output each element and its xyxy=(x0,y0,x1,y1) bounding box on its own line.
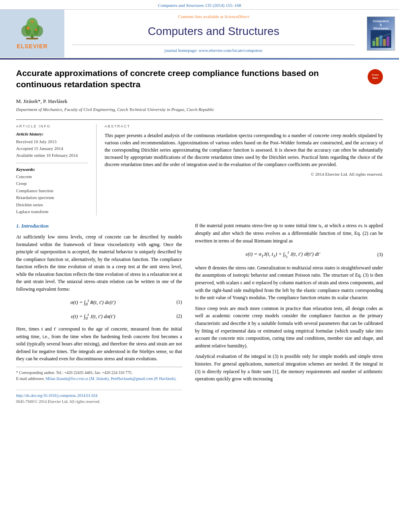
footnote-section: * Corresponding author. Tel.: +420 22435… xyxy=(16,367,182,382)
keyword-creep: Creep xyxy=(16,181,88,187)
right-paragraph-3: Since creep tests are much more common i… xyxy=(195,305,383,350)
right-paragraph-2: where σ̇ denotes the stress rate. Genera… xyxy=(195,264,383,302)
page: Computers and Structures 135 (2014) 155–… xyxy=(0,0,399,532)
keywords-label: Keywords: xyxy=(16,166,88,173)
equation-3-block: ε(t) = σ1J(t, t1) + ∫t1t J(t, t′) σ̇(t′)… xyxy=(195,249,383,260)
journal-homepage: journal homepage: www.elsevier.com/locat… xyxy=(165,47,263,53)
svg-text:Mark: Mark xyxy=(372,77,378,79)
received-date: Received 10 July 2013 xyxy=(16,139,88,145)
svg-point-5 xyxy=(27,27,30,30)
svg-rect-13 xyxy=(383,39,386,46)
authors: M. Jirásek*, P. Havlásek xyxy=(16,98,383,105)
intro-paragraph-2: Here, times t and t′ correspond to the a… xyxy=(16,325,182,363)
eq2-formula: ε(t) = ∫0t J(t, t′) dσ(t′) xyxy=(71,313,115,319)
eq3-number: (3) xyxy=(371,251,383,258)
keyword-dirichlet: Dirichlet series xyxy=(16,202,88,208)
svg-rect-10 xyxy=(372,41,375,46)
right-paragraph-4: Analytical evaluation of the integral in… xyxy=(195,353,383,382)
elsevier-tree-icon xyxy=(18,17,46,41)
svg-point-6 xyxy=(35,29,37,31)
doi-section: http://dx.doi.org/10.1016/j.compstruc.20… xyxy=(16,390,182,405)
sciencedirect-label: Contents lists available at ScienceDirec… xyxy=(178,14,249,20)
article-body: Accurate approximations of concrete cree… xyxy=(0,60,399,413)
keyword-compliance: Compliance function xyxy=(16,188,88,194)
crossmark-icon: Cross Mark xyxy=(370,71,381,82)
sciencedirect-name: ScienceDirect xyxy=(224,14,249,19)
equation-1: σ(t) = ∫0t R(t, t′) dε(t′) xyxy=(16,297,170,307)
journal-title: Computers and Structures xyxy=(148,23,280,39)
abstract-title: ABSTRACT xyxy=(105,124,383,129)
elsevier-logo-area: ELSEVIER xyxy=(0,10,64,58)
journal-info-center: Contents lists available at ScienceDirec… xyxy=(64,10,363,58)
equation-3: ε(t) = σ1J(t, t1) + ∫t1t J(t, t′) σ̇(t′)… xyxy=(195,249,371,260)
footnote-star-line: * Corresponding author. Tel.: +420 22435… xyxy=(16,370,182,376)
header-divider xyxy=(72,45,355,45)
thumb-title: Computers&Structures xyxy=(373,19,389,30)
main-content: 1. Introduction At sufficiently low stre… xyxy=(16,222,383,405)
issn-line: 0045-7949/© 2014 Elsevier Ltd. All right… xyxy=(16,398,182,405)
intro-paragraph-1: At sufficiently low stress levels, creep… xyxy=(16,233,182,293)
eq1-formula: σ(t) = ∫0t R(t, t′) dε(t′) xyxy=(70,299,116,305)
keyword-retardation: Retardation spectrum xyxy=(16,195,88,201)
journal-citation: Computers and Structures 135 (2014) 155–… xyxy=(158,3,241,8)
eq2-number: (2) xyxy=(170,312,182,320)
left-column: 1. Introduction At sufficiently low stre… xyxy=(16,222,189,405)
abstract-text: This paper presents a detailed analysis … xyxy=(105,132,383,168)
equation-2: ε(t) = ∫0t J(t, t′) dσ(t′) xyxy=(16,311,170,321)
crossmark-area: Cross Mark xyxy=(368,69,383,84)
top-citation-bar: Computers and Structures 135 (2014) 155–… xyxy=(0,0,399,10)
journal-header: ELSEVIER Contents lists available at Sci… xyxy=(0,10,399,58)
right-paragraph-1: If the material point remains stress-fre… xyxy=(195,222,383,244)
eq1-number: (1) xyxy=(170,298,182,306)
intro-heading: 1. Introduction xyxy=(16,222,182,230)
equation-2-block: ε(t) = ∫0t J(t, t′) dσ(t′) (2) xyxy=(16,311,182,321)
svg-rect-14 xyxy=(387,37,389,46)
doi-link: http://dx.doi.org/10.1016/j.compstruc.20… xyxy=(16,392,182,398)
thumb-graphic-icon xyxy=(369,30,393,48)
elsevier-wordmark: ELSEVIER xyxy=(16,43,47,51)
article-info-title: ARTICLE INFO xyxy=(16,124,88,129)
available-date: Available online 10 February 2014 xyxy=(16,152,88,158)
keyword-concrete: Concrete xyxy=(16,174,88,180)
article-history-label: Article history: xyxy=(16,131,88,137)
journal-thumbnail: Computers&Structures xyxy=(367,16,395,51)
eq3-formula: ε(t) = σ1J(t, t1) + ∫t1t J(t, t′) σ̇(t′)… xyxy=(246,251,320,257)
equation-1-block: σ(t) = ∫0t R(t, t′) dε(t′) (1) xyxy=(16,297,182,307)
footnote-emails: Milan.Jirasek@fsv.cvut.cz (M. Jirásek), … xyxy=(45,376,176,381)
svg-rect-8 xyxy=(26,38,38,39)
elsevier-logo: ELSEVIER xyxy=(16,17,47,51)
journal-thumbnail-area: Computers&Structures xyxy=(363,10,399,58)
svg-text:Cross: Cross xyxy=(372,74,379,76)
right-column: If the material point remains stress-fre… xyxy=(189,222,383,405)
abstract-section: ABSTRACT This paper presents a detailed … xyxy=(97,124,383,216)
keyword-laplace: Laplace transform xyxy=(16,209,88,215)
accepted-date: Accepted 15 January 2014 xyxy=(16,146,88,152)
article-info: ARTICLE INFO Article history: Received 1… xyxy=(16,124,97,216)
svg-point-7 xyxy=(31,21,33,23)
info-abstract-section: ARTICLE INFO Article history: Received 1… xyxy=(16,119,383,216)
article-title: Accurate approximations of concrete cree… xyxy=(16,68,364,90)
copyright: © 2014 Elsevier Ltd. All rights reserved… xyxy=(105,171,383,177)
affiliation: Department of Mechanics, Faculty of Civi… xyxy=(16,107,383,113)
footnote-email-line: E-mail addresses: Milan.Jirasek@fsv.cvut… xyxy=(16,376,182,382)
crossmark-badge: Cross Mark xyxy=(368,69,383,84)
keywords-section: Keywords: Concrete Creep Compliance func… xyxy=(16,163,88,215)
